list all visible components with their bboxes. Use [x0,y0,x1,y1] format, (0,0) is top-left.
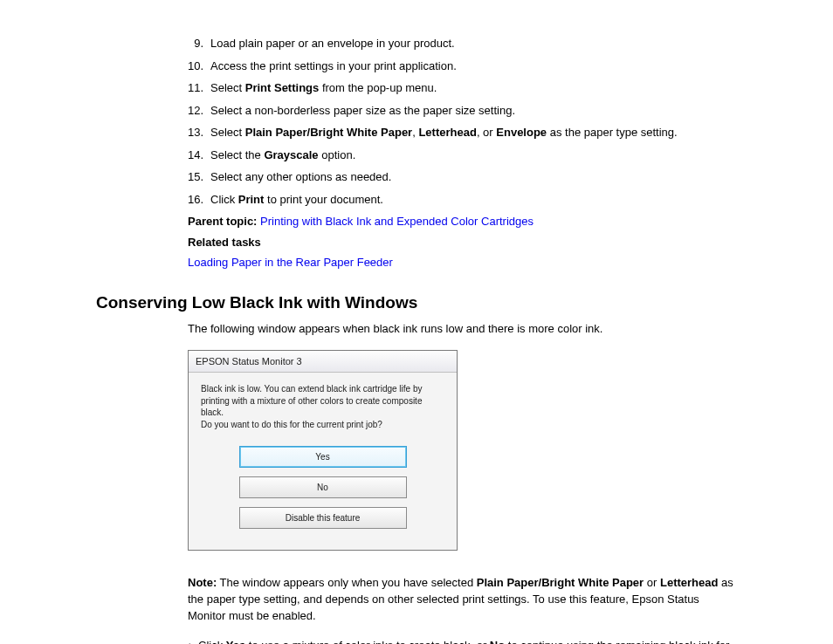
section-heading: Conserving Low Black Ink with Windows [96,291,737,316]
step-item: 11.Select Print Settings from the pop-up… [179,79,737,97]
step-item: 14.Select the Grayscale option. [179,147,737,164]
dialog-message: Black ink is low. You can extend black i… [201,383,444,430]
dialog-no-button[interactable]: No [239,476,407,498]
step-text: Select Print Settings from the pop-up me… [210,79,737,97]
step-text: Access the print settings in your print … [210,58,737,75]
step-text: Select the Grayscale option. [210,147,737,164]
parent-topic-block: Parent topic: Printing with Black Ink an… [188,213,737,271]
step-number: 10. [179,58,210,75]
step-number: 13. [179,124,210,141]
step-number: 9. [179,35,210,52]
bullet-marker: • [188,637,198,644]
note-body: The window appears only when you have se… [188,576,733,622]
step-number: 12. [179,102,210,120]
dialog-title: EPSON Status Monitor 3 [189,351,457,373]
bullet-body: Click Yes to use a mixture of color inks… [198,637,737,644]
note-block: Note: The window appears only when you h… [188,575,737,625]
step-number: 15. [179,168,210,186]
step-text: Select a non-borderless paper size as th… [210,102,737,120]
related-tasks-label: Related tasks [188,236,261,249]
related-task-link[interactable]: Loading Paper in the Rear Paper Feeder [188,256,393,269]
step-text: Select any other options as needed. [210,168,737,186]
dialog-disable-button[interactable]: Disable this feature [239,507,407,529]
note-label: Note: [188,576,217,589]
step-item: 15.Select any other options as needed. [179,168,737,186]
step-text: Select Plain Paper/Bright White Paper, L… [210,124,737,141]
step-number: 14. [179,147,210,164]
parent-topic-label: Parent topic: [188,215,257,228]
step-number: 16. [179,191,210,209]
step-item: 10.Access the print settings in your pri… [179,58,737,75]
bullet-list: • Click Yes to use a mixture of color in… [188,637,737,644]
section-intro: The following window appears when black … [188,320,737,338]
step-text: Click Print to print your document. [210,191,737,209]
parent-topic-link[interactable]: Printing with Black Ink and Expended Col… [260,215,534,228]
dialog-yes-button[interactable]: Yes [239,446,407,468]
step-text: Load plain paper or an envelope in your … [210,35,737,52]
dialog-screenshot: EPSON Status Monitor 3 Black ink is low.… [188,350,737,552]
step-item: 12.Select a non-borderless paper size as… [179,102,737,120]
step-item: 13.Select Plain Paper/Bright White Paper… [179,124,737,141]
step-item: 9.Load plain paper or an envelope in you… [179,35,737,52]
numbered-steps: 9.Load plain paper or an envelope in you… [179,35,737,208]
step-number: 11. [179,79,210,97]
step-item: 16.Click Print to print your document. [179,191,737,209]
